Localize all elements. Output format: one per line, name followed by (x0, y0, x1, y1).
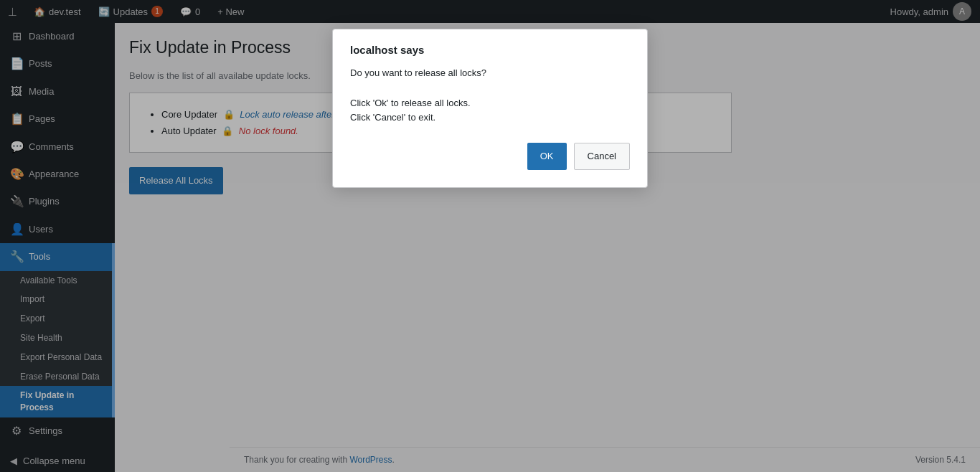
dialog-message3: Click 'Cancel' to exit. (350, 110, 630, 126)
dialog-cancel-button[interactable]: Cancel (574, 143, 630, 169)
dialog-body: Do you want to release all locks? Click … (350, 66, 630, 126)
dialog-overlay: localhost says Do you want to release al… (0, 0, 980, 472)
dialog-actions: OK Cancel (350, 143, 630, 169)
dialog-ok-button[interactable]: OK (527, 143, 567, 169)
dialog-message1: Do you want to release all locks? (350, 66, 630, 81)
dialog-box: localhost says Do you want to release al… (332, 29, 648, 188)
dialog-message2: Click 'Ok' to release all locks. (350, 96, 630, 111)
dialog-title: localhost says (350, 44, 630, 56)
